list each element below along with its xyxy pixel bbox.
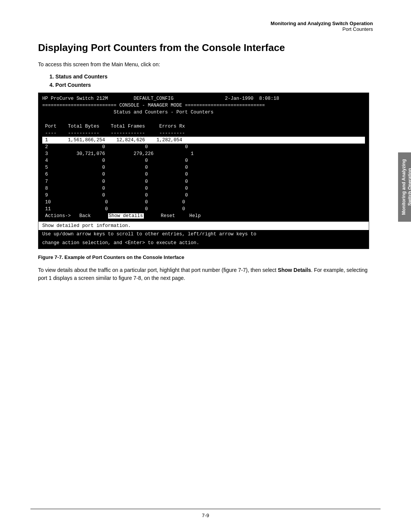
- sidebar-tab-line2: Switch Operation: [407, 168, 411, 206]
- port-num-3: 3: [45, 151, 48, 157]
- port-num-9: 9: [45, 193, 48, 198]
- port-errors-6: 0: [185, 172, 188, 177]
- port-errors-1: 1,282,054: [156, 137, 182, 143]
- port-errors-10: 0: [182, 200, 185, 205]
- sidebar-tab: Monitoring and Analyzing Switch Operatio…: [398, 152, 411, 222]
- console-line-separator: ========================== CONSOLE - MAN…: [42, 102, 365, 109]
- console-line-title: Status and Counters - Port Counters: [42, 109, 365, 116]
- port-row-2: 2 0 0 0: [42, 144, 365, 150]
- port-num-8: 8: [45, 186, 48, 191]
- port-num-7: 7: [45, 179, 48, 184]
- console-line-header: HP ProCurve Switch 212M DEFAULT_CONFIG 2…: [42, 95, 365, 102]
- port-frames-1: 12,824,626: [116, 137, 145, 143]
- port-bytes-4: 0: [102, 158, 105, 163]
- page-number: 7-9: [202, 513, 209, 518]
- intro-text: To access this screen from the Main Menu…: [38, 61, 369, 67]
- port-bytes-7: 0: [102, 179, 105, 184]
- port-row-4: 4 0 0 0: [42, 157, 365, 164]
- port-errors-5: 0: [185, 165, 188, 170]
- port-row-1: 1 1,561,866,254 12,824,626 1,282,054: [42, 137, 365, 144]
- show-details-ref: Show Details: [278, 267, 311, 273]
- show-details-button[interactable]: Show details: [108, 213, 144, 219]
- port-bytes-9: 0: [102, 193, 105, 198]
- step-1: 1. Status and Counters: [49, 73, 369, 80]
- console-terminal: HP ProCurve Switch 212M DEFAULT_CONFIG 2…: [38, 93, 369, 249]
- port-frames-5: 0: [145, 165, 148, 170]
- port-frames-3: 279,226: [134, 151, 154, 157]
- port-frames-8: 0: [145, 186, 148, 191]
- step-2: 4. Port Counters: [49, 82, 369, 88]
- port-row-3: 3 30,721,076 279,226 1: [42, 150, 365, 157]
- page-wrapper: Monitoring and Analyzing Switch Operatio…: [0, 0, 411, 532]
- port-bytes-5: 0: [102, 165, 105, 170]
- port-bytes-10: 0: [105, 200, 108, 205]
- port-row-5: 5 0 0 0: [42, 164, 365, 171]
- page-header: Monitoring and Analyzing Switch Operatio…: [271, 21, 373, 32]
- port-row-9: 9 0 0 0: [42, 192, 365, 199]
- steps-list: 1. Status and Counters 4. Port Counters: [49, 73, 369, 88]
- port-row-6: 6 0 0 0: [42, 171, 365, 178]
- console-line-col-divider: ---- ----------- ------------ ---------: [42, 130, 365, 137]
- sidebar-tab-line1: Monitoring and Analyzing: [401, 159, 406, 215]
- port-bytes-2: 0: [102, 144, 105, 150]
- port-row-8: 8 0 0 0: [42, 185, 365, 192]
- figure-caption-bold: Figure 7-7. Example of Port Counters on …: [38, 254, 184, 260]
- port-errors-2: 0: [185, 144, 188, 150]
- console-line-col-headers: Port Total Bytes Total Frames Errors Rx: [42, 123, 365, 130]
- port-row-7: 7 0 0 0: [42, 178, 365, 185]
- console-line-blank: [42, 116, 365, 123]
- port-frames-7: 0: [145, 179, 148, 184]
- port-row-11: 11 0 0 0: [42, 206, 365, 212]
- port-bytes-8: 0: [102, 186, 105, 191]
- port-num-2: 2: [45, 144, 48, 150]
- port-frames-10: 0: [145, 200, 148, 205]
- section-title: Port Counters: [271, 26, 373, 32]
- bottom-divider: [30, 509, 381, 509]
- port-errors-11: 0: [182, 206, 185, 212]
- figure-caption: Figure 7-7. Example of Port Counters on …: [38, 254, 369, 260]
- port-num-5: 5: [45, 165, 48, 170]
- main-content: Displaying Port Counters from the Consol…: [38, 42, 369, 289]
- port-num-4: 4: [45, 158, 48, 163]
- port-frames-6: 0: [145, 172, 148, 177]
- port-errors-8: 0: [185, 186, 188, 191]
- port-num-10: 10: [45, 200, 51, 205]
- help-line-1: Use up/down arrow keys to scroll to othe…: [38, 230, 369, 238]
- actions-line: Actions-> Back Show details Reset Help: [42, 212, 365, 219]
- status-bar: Show detailed port information.: [38, 222, 369, 230]
- port-frames-2: 0: [145, 144, 148, 150]
- port-errors-3: 1: [191, 151, 194, 157]
- console-inner: HP ProCurve Switch 212M DEFAULT_CONFIG 2…: [38, 93, 369, 222]
- port-bytes-1: 1,561,866,254: [68, 137, 105, 143]
- port-bytes-11: 0: [105, 206, 108, 212]
- chapter-title: Monitoring and Analyzing Switch Operatio…: [271, 21, 373, 26]
- port-frames-4: 0: [145, 158, 148, 163]
- port-bytes-6: 0: [102, 172, 105, 177]
- help-line-2: change action selection, and <Enter> to …: [38, 239, 369, 249]
- page-title: Displaying Port Counters from the Consol…: [38, 42, 369, 54]
- port-row-10: 10 0 0 0: [42, 199, 365, 206]
- port-num-1: 1: [45, 137, 48, 143]
- port-num-11: 11: [45, 206, 51, 212]
- body-paragraph: To view details about the traffic on a p…: [38, 266, 369, 283]
- port-bytes-3: 30,721,076: [76, 151, 105, 157]
- port-frames-11: 0: [145, 206, 148, 212]
- port-errors-4: 0: [185, 158, 188, 163]
- port-num-6: 6: [45, 172, 48, 177]
- port-errors-9: 0: [185, 193, 188, 198]
- port-errors-7: 0: [185, 179, 188, 184]
- port-frames-9: 0: [145, 193, 148, 198]
